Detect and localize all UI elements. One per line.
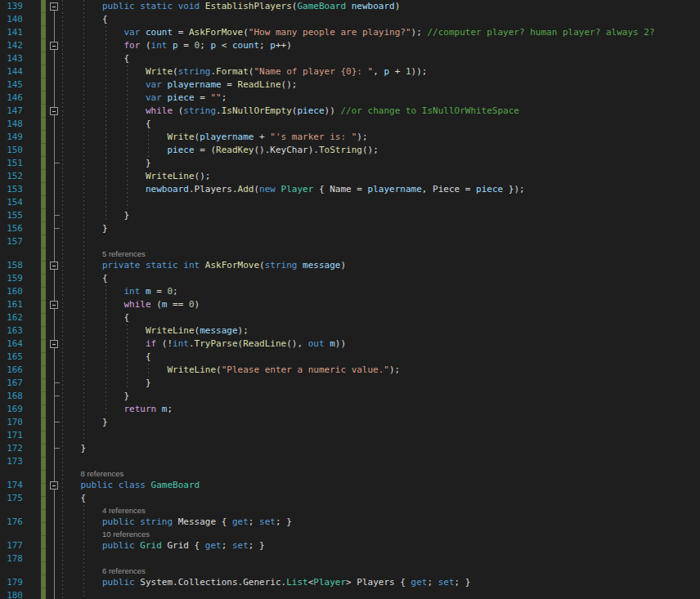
code-line-147[interactable]: 147 while (string.IsNullOrEmpty(piece)) … [0, 105, 700, 118]
line-number[interactable]: 168 [0, 390, 23, 403]
code-line-155[interactable]: 155 } [0, 209, 700, 222]
code-line-153[interactable]: 153 newboard.Players.Add(new Player { Na… [0, 183, 700, 196]
code-line-150[interactable]: 150 piece = (ReadKey().KeyChar).ToString… [0, 144, 700, 157]
code-line-144[interactable]: 144 Write(string.Format("Name of player … [0, 65, 700, 78]
line-number[interactable]: 179 [0, 576, 23, 589]
line-number[interactable]: 171 [0, 429, 23, 442]
line-number[interactable]: 170 [0, 416, 23, 429]
codelens-references-link[interactable]: 10 references [102, 529, 150, 539]
line-number[interactable]: 139 [0, 0, 23, 13]
code-line-171[interactable]: 171 [0, 429, 700, 442]
code-line-176[interactable]: 176 public string Message { get; set; } [0, 516, 700, 529]
code-line-148[interactable]: 148 { [0, 118, 700, 131]
line-number[interactable]: 156 [0, 222, 23, 235]
line-number[interactable]: 174 [0, 479, 23, 492]
line-number[interactable]: 180 [0, 589, 23, 599]
code-line-168[interactable]: 168 } [0, 390, 700, 403]
line-number[interactable]: 161 [0, 298, 23, 311]
code-line-174[interactable]: 174 public class GameBoard [0, 479, 700, 492]
code-line-141[interactable]: 141 var count = AskForMove("How many peo… [0, 26, 700, 39]
line-number[interactable]: 146 [0, 92, 23, 105]
codelens-references-link[interactable]: 4 references [102, 505, 146, 516]
line-number[interactable]: 151 [0, 157, 23, 170]
code-line-169[interactable]: 169 return m; [0, 403, 700, 416]
line-number[interactable]: 144 [0, 65, 23, 78]
code-line-142[interactable]: 142 for (int p = 0; p < count; p++) [0, 39, 700, 52]
codelens-references-link[interactable]: 5 references [102, 248, 146, 259]
fold-collapse-icon[interactable] [50, 107, 58, 115]
code-line-167[interactable]: 167 } [0, 377, 700, 390]
line-number[interactable]: 166 [0, 364, 23, 377]
code-line-175[interactable]: 175 { [0, 492, 700, 505]
code-line-166[interactable]: 166 WriteLine("Please enter a numeric va… [0, 364, 700, 377]
codelens-references-link[interactable]: 6 references [102, 565, 146, 576]
code-line-146[interactable]: 146 var piece = ""; [0, 92, 700, 105]
line-number[interactable]: 152 [0, 170, 23, 183]
line-number[interactable]: 165 [0, 351, 23, 364]
line-number[interactable]: 153 [0, 183, 23, 196]
fold-collapse-icon[interactable] [50, 42, 58, 50]
code-line-159[interactable]: 159 { [0, 272, 700, 285]
code-line-165[interactable]: 165 { [0, 351, 700, 364]
code-line-164[interactable]: 164 if (!int.TryParse(ReadLine(), out m)… [0, 337, 700, 351]
line-number[interactable]: 158 [0, 259, 23, 272]
line-number[interactable]: 148 [0, 118, 23, 131]
code-line-149[interactable]: 149 Write(playername + "'s marker is: ")… [0, 131, 700, 144]
line-number[interactable]: 175 [0, 492, 23, 505]
line-number[interactable]: 157 [0, 235, 23, 248]
code-line-158[interactable]: 158 private static int AskForMove(string… [0, 259, 700, 272]
code-line-163[interactable]: 163 WriteLine(message); [0, 324, 700, 337]
line-number[interactable]: 145 [0, 78, 23, 92]
line-number[interactable]: 149 [0, 131, 23, 144]
code-line-154[interactable]: 154 [0, 196, 700, 209]
token-p: )); [411, 66, 428, 77]
code-line-170[interactable]: 170 } [0, 416, 700, 429]
code-line-180[interactable]: 180 [0, 589, 700, 599]
code-line-151[interactable]: 151 } [0, 157, 700, 170]
fold-collapse-icon[interactable] [50, 2, 58, 11]
code-line-156[interactable]: 156 } [0, 222, 700, 235]
codelens-references-link[interactable]: 8 references [80, 468, 123, 479]
code-line-160[interactable]: 160 int m = 0; [0, 285, 700, 298]
line-number[interactable]: 177 [0, 539, 23, 552]
line-number[interactable]: 141 [0, 26, 23, 39]
line-number[interactable]: 162 [0, 311, 23, 324]
line-number[interactable]: 163 [0, 324, 23, 337]
line-number[interactable]: 143 [0, 52, 23, 65]
line-number[interactable]: 142 [0, 39, 23, 52]
fold-collapse-icon[interactable] [50, 340, 58, 348]
code-line-152[interactable]: 152 WriteLine(); [0, 170, 700, 183]
line-number[interactable]: 167 [0, 377, 23, 390]
line-number[interactable]: 159 [0, 272, 23, 285]
code-line-178[interactable]: 178 [0, 552, 700, 565]
line-number[interactable]: 164 [0, 337, 23, 351]
code-editor[interactable]: 139 public static void EstablishPlayers(… [0, 0, 700, 599]
code-line-162[interactable]: 162 { [0, 311, 700, 324]
code-line-140[interactable]: 140 { [0, 13, 700, 26]
code-line-161[interactable]: 161 while (m == 0) [0, 298, 700, 311]
line-number[interactable]: 140 [0, 13, 23, 26]
line-number[interactable]: 160 [0, 285, 23, 298]
line-number[interactable]: 169 [0, 403, 23, 416]
code-line-145[interactable]: 145 var playername = ReadLine(); [0, 78, 700, 92]
line-number[interactable]: 150 [0, 144, 23, 157]
line-number[interactable]: 178 [0, 552, 23, 565]
code-line-179[interactable]: 179 public System.Collections.Generic.Li… [0, 576, 700, 589]
line-number[interactable]: 172 [0, 442, 23, 455]
code-line-177[interactable]: 177 public Grid Grid { get; set; } [0, 539, 700, 552]
line-number[interactable]: 147 [0, 105, 23, 118]
line-number[interactable]: 155 [0, 209, 23, 222]
line-number[interactable]: 176 [0, 516, 23, 529]
code-line-143[interactable]: 143 { [0, 52, 700, 65]
token-p: ().KeyChar). [254, 145, 318, 155]
token-p: (! [156, 338, 173, 349]
line-number[interactable]: 173 [0, 455, 23, 468]
line-number[interactable]: 154 [0, 196, 23, 209]
code-line-173[interactable]: 173 [0, 455, 700, 468]
code-line-157[interactable]: 157 [0, 235, 700, 248]
fold-collapse-icon[interactable] [50, 262, 58, 270]
fold-collapse-icon[interactable] [50, 481, 58, 489]
code-line-172[interactable]: 172 } [0, 442, 700, 455]
fold-collapse-icon[interactable] [50, 301, 58, 309]
code-line-139[interactable]: 139 public static void EstablishPlayers(… [0, 0, 700, 13]
